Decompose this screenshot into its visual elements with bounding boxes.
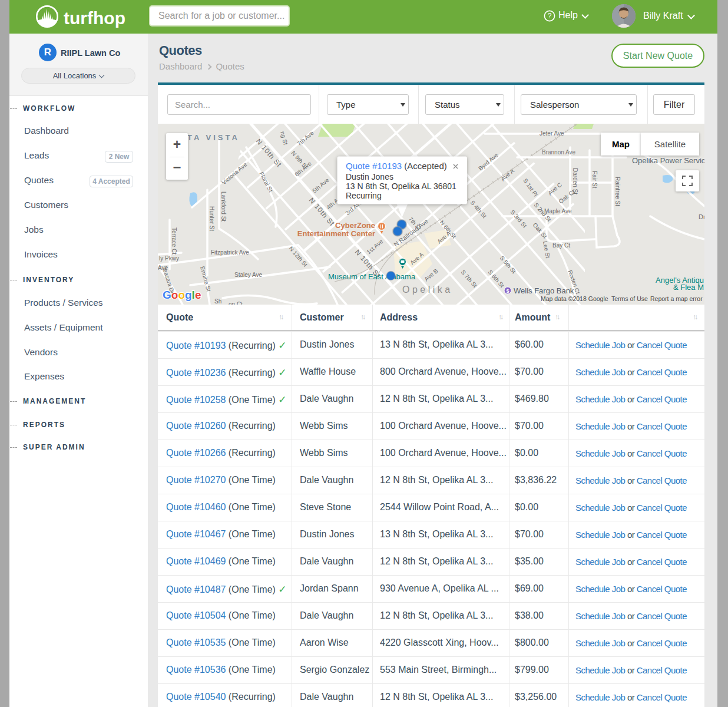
svg-text:& Flea M: & Flea M bbox=[673, 283, 704, 292]
svg-text:ly Pkwy: ly Pkwy bbox=[159, 255, 179, 262]
svg-text:Sh: Sh bbox=[214, 298, 221, 305]
svg-text:Map data ©2018 Google: Map data ©2018 Google bbox=[541, 295, 608, 302]
svg-text:13 N 8th St, Opelika AL 36801: 13 N 8th St, Opelika AL 36801 bbox=[346, 181, 456, 191]
svg-text:Opelika: Opelika bbox=[402, 285, 453, 295]
svg-text:Report a map error: Report a map error bbox=[650, 295, 703, 302]
svg-text:Hunter St: Hunter St bbox=[209, 206, 215, 231]
svg-text:Opelika Power Service: Opelika Power Service bbox=[632, 156, 704, 165]
svg-text:Fitzpatrick Ave: Fitzpatrick Ave bbox=[211, 249, 249, 256]
svg-text:Bay Ct: Bay Ct bbox=[552, 242, 570, 249]
svg-text:$: $ bbox=[506, 288, 509, 294]
svg-text:Recurring: Recurring bbox=[346, 191, 382, 200]
svg-text:Brannon Ave: Brannon Ave bbox=[542, 149, 576, 156]
svg-text:Staley Ave: Staley Ave bbox=[234, 272, 263, 278]
svg-text:Quote #10193 (Accepted): Quote #10193 (Accepted) bbox=[346, 161, 447, 171]
svg-text:Terrace Ct: Terrace Ct bbox=[171, 227, 177, 255]
svg-text:CyberZone: CyberZone bbox=[335, 221, 375, 230]
svg-text:Google: Google bbox=[163, 289, 201, 301]
svg-text:Jeter Ave: Jeter Ave bbox=[540, 130, 564, 137]
svg-text:TA VISTA: TA VISTA bbox=[187, 133, 240, 142]
svg-text:Entertainment Center: Entertainment Center bbox=[297, 229, 375, 238]
svg-text:Wells Fargo Bank: Wells Fargo Bank bbox=[514, 286, 574, 295]
svg-text:Fair St: Fair St bbox=[591, 171, 598, 189]
svg-text:Raintree St: Raintree St bbox=[614, 177, 621, 206]
svg-text:Dr: Dr bbox=[699, 213, 704, 220]
svg-text:Lankford St: Lankford St bbox=[220, 191, 227, 222]
svg-text:Terms of Use: Terms of Use bbox=[611, 295, 648, 302]
svg-text:Dustin Jones: Dustin Jones bbox=[346, 172, 393, 181]
svg-text:Museum of East Alabama: Museum of East Alabama bbox=[328, 272, 416, 281]
svg-text:?: ? bbox=[548, 12, 552, 20]
